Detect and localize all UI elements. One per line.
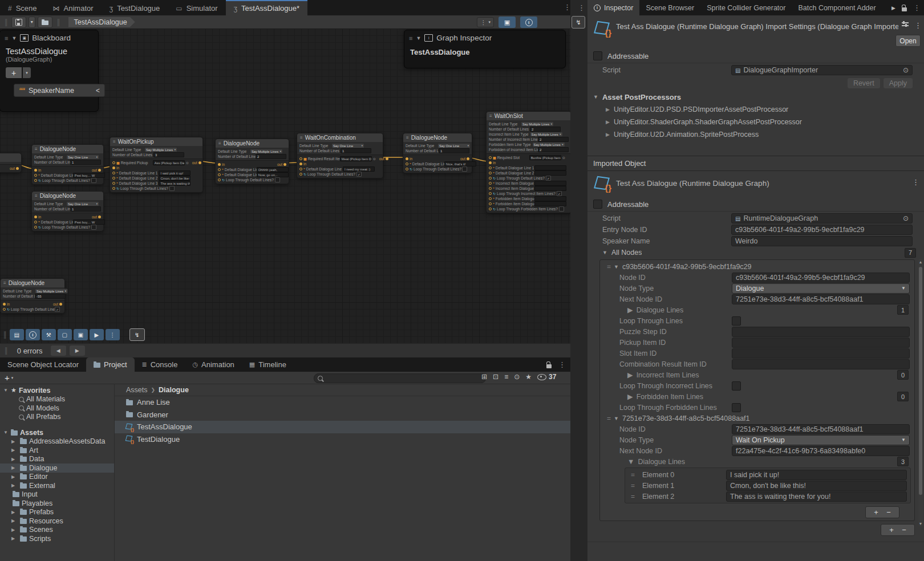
live-processing-toggle-button[interactable]: ↯ <box>572 16 585 29</box>
output-port[interactable] <box>98 169 101 172</box>
addressable-checkbox[interactable] <box>593 200 602 209</box>
tree-folder-row[interactable]: Playables <box>0 499 114 508</box>
row-text-field[interactable] <box>534 196 566 201</box>
row-number-field[interactable]: 2 <box>530 127 561 132</box>
input-port[interactable] <box>34 169 37 172</box>
editor-tab[interactable]: ⋈ Animator <box>45 0 102 15</box>
open-button[interactable]: Open <box>895 35 921 47</box>
field-port[interactable] <box>3 308 6 311</box>
row-dropdown[interactable]: Say One Line▾ <box>331 143 364 148</box>
element-text-field[interactable]: The ass is waiting there for you! <box>726 491 907 502</box>
row-checkbox[interactable]: ✓ <box>55 307 60 312</box>
live-edit-toggle-button[interactable]: ↯ <box>129 328 145 341</box>
breadcrumb-root[interactable]: Assets <box>126 386 148 394</box>
row-number-field[interactable]: 2 <box>538 147 569 152</box>
object-picker-icon[interactable]: ⊙ <box>373 157 376 161</box>
tree-folder-row[interactable]: ▶ Editor <box>0 473 114 482</box>
node-dialoguenode-2[interactable]: ≡DialogueNode Default Line TypeSay One L… <box>31 191 104 231</box>
previous-error-button[interactable]: ◀ <box>51 345 66 356</box>
expand-arrow-icon[interactable]: ▶ <box>11 448 17 453</box>
scroll-down-arrow-icon[interactable]: ▼ <box>918 522 923 526</box>
graph-options-button[interactable]: ⋮▾ <box>477 17 494 27</box>
inspector-tab[interactable]: i Inspector <box>587 0 639 15</box>
kebab-icon[interactable]: ⋮ <box>913 3 921 12</box>
next-node-id-field[interactable]: 7251e73e-38d3-44ff-a8c5-bcf54088aaf1 <box>732 294 910 304</box>
expand-arrow-icon[interactable]: ▶ <box>11 536 17 541</box>
field-port[interactable] <box>34 174 37 177</box>
foldout-arrow-icon[interactable]: ▶ <box>627 392 633 401</box>
field-port[interactable] <box>406 168 408 170</box>
combination-result-item-id-field[interactable] <box>732 359 910 369</box>
output-port[interactable] <box>16 167 19 170</box>
property-collapse-icon[interactable]: < <box>96 87 100 95</box>
node-header[interactable]: ≡DialogueNode <box>1 279 64 287</box>
row-text-field[interactable]: Nice, that's it! <box>444 161 476 166</box>
node-header[interactable]: ≡WaitOnPickup <box>110 137 202 146</box>
pickup-item-id-field[interactable] <box>732 338 910 348</box>
node-waitonslot[interactable]: ≡WaitOnSlot Default Line TypeSay Multipl… <box>486 111 570 213</box>
project-tree[interactable]: ▼★Favorites All Materials All Models All… <box>0 384 115 561</box>
row-number-field[interactable]: 1 <box>70 206 101 212</box>
input-port[interactable] <box>489 161 492 164</box>
add-button[interactable]: + <box>874 508 878 517</box>
row-text-field[interactable] <box>534 201 566 206</box>
breadcrumb-current[interactable]: Dialogue <box>159 386 189 394</box>
output-port[interactable] <box>98 216 101 218</box>
hidden-items-toggle[interactable]: 37 <box>537 373 556 381</box>
row-text-field[interactable]: The ass is waiting there for you! <box>159 181 191 186</box>
bottom-tab[interactable]: ◷ Animation <box>185 357 241 372</box>
row-dropdown[interactable]: Say One Line▾ <box>437 143 471 148</box>
editor-tab[interactable]: ʒ TestAssDialogue* <box>226 0 307 15</box>
scrollbar-thumb[interactable] <box>919 267 922 495</box>
field-port[interactable] <box>112 172 115 174</box>
row-dropdown[interactable]: Say Multiple Lines▾ <box>250 149 283 154</box>
row-text-field[interactable]: Now, go on,.. <box>257 172 289 177</box>
row-text-field[interactable]: Psst boy,... W <box>73 219 105 225</box>
row-number-field[interactable]: -55 <box>35 294 66 299</box>
search-by-label-icon[interactable]: ⊡ <box>493 373 499 381</box>
more-tools-button[interactable]: ⋮ <box>106 329 120 340</box>
row-dropdown[interactable]: Say Multiple Lines▾ <box>532 142 565 147</box>
row-text-field[interactable]: Psst boy,... W <box>73 173 105 178</box>
tree-folder-row[interactable]: ▶ Data <box>0 455 114 464</box>
toolbar-grip[interactable]: ║ <box>1 331 8 338</box>
field-port[interactable] <box>299 173 302 176</box>
node-header[interactable]: ≡DialogueNode <box>403 133 472 142</box>
field-port[interactable] <box>34 221 37 223</box>
node-header[interactable]: ≡StartNode <box>0 153 21 162</box>
row-text-field[interactable] <box>534 170 566 176</box>
entry-node-id-field[interactable]: c93b5606-401f-49a2-99b5-9ecbf1fa9c29 <box>731 225 913 235</box>
inspector-tab[interactable]: Batch Component Adder <box>792 0 882 15</box>
file-row[interactable]: Anne Lise <box>115 396 570 409</box>
expand-arrow-icon[interactable]: ▶ <box>11 483 17 488</box>
field-port[interactable] <box>489 182 492 185</box>
node-waitoncombination[interactable]: ≡WaitOnCombination Default Line TypeSay … <box>297 133 383 178</box>
node-waitonpickup[interactable]: ≡WaitOnPickup Default Line TypeSay Multi… <box>110 137 203 193</box>
drag-handle-icon[interactable]: ≡ <box>5 35 8 42</box>
toolbar-grip[interactable]: ║ <box>2 19 9 26</box>
loop-through-lines-checkbox[interactable] <box>732 316 741 326</box>
node-dialoguenode-4[interactable]: ≡DialogueNode Default Line TypeSay One L… <box>403 133 472 173</box>
favorites-item[interactable]: All Materials <box>0 395 114 404</box>
addressable-checkbox[interactable] <box>593 51 602 60</box>
row-checkbox[interactable] <box>91 178 96 183</box>
inspector-tab[interactable]: Sprite Collider Generator <box>700 0 792 15</box>
collapse-arrow-icon[interactable]: ▼ <box>416 35 421 41</box>
presets-icon[interactable] <box>902 21 909 27</box>
tools-button[interactable]: ⚒ <box>42 329 56 340</box>
field-port[interactable] <box>489 192 492 195</box>
postprocessors-header[interactable]: ▼Asset PostProcessors <box>587 91 924 103</box>
row-text-field[interactable]: I said pick it up! <box>159 170 191 176</box>
element-text-field[interactable]: Cmon, don't be like this! <box>726 481 907 491</box>
field-port[interactable] <box>489 156 492 159</box>
foldout-arrow-icon[interactable]: ▼ <box>627 458 634 466</box>
editor-tab[interactable]: # Scene <box>0 0 45 15</box>
tree-folder-row[interactable]: ▶ External <box>0 481 114 490</box>
bottom-tab[interactable]: Project <box>86 357 134 372</box>
object-picker-icon[interactable]: ⊙ <box>186 161 189 165</box>
node-header[interactable]: ≡WaitOnCombination <box>297 133 383 142</box>
row-checkbox[interactable] <box>462 166 467 172</box>
row-checkbox[interactable] <box>559 206 564 212</box>
next-error-button[interactable]: ▶ <box>70 345 85 356</box>
notes-tool-button[interactable]: ▤ <box>10 329 24 340</box>
